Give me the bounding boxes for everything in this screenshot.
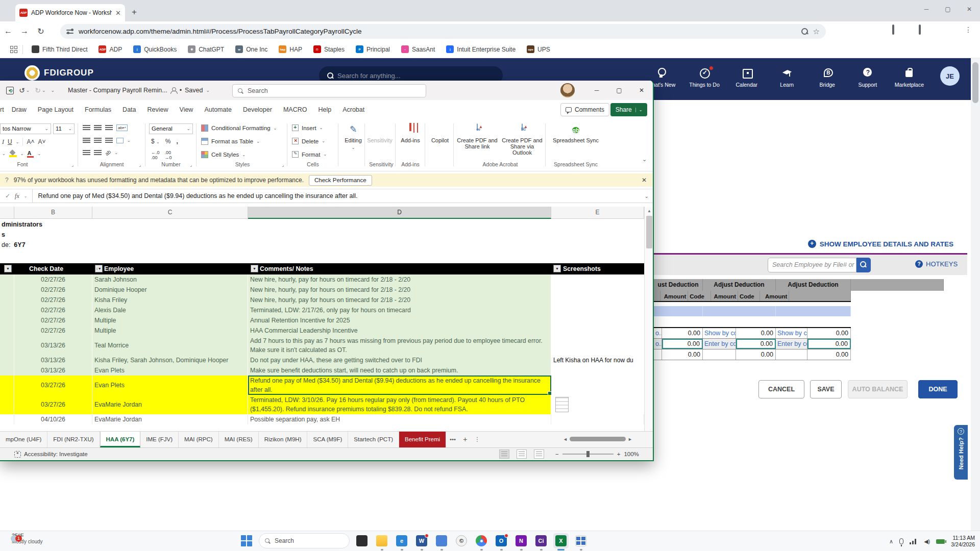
ribbon-tab-pagelayout[interactable]: Page Layout	[32, 106, 79, 113]
cell-comment[interactable]: Add 7 hours to this pay as 7 hours was m…	[248, 336, 551, 355]
site-info-icon[interactable]	[66, 29, 74, 35]
cell-employee[interactable]: Teal Morrice	[92, 336, 248, 355]
deduction-amount-cell[interactable]: 0.00	[807, 349, 851, 360]
notification-close-icon[interactable]: ✕	[642, 177, 647, 184]
table-row[interactable]: 03/13/26Kisha Friley, Sarah Johnson, Dom…	[0, 355, 644, 365]
weather-widget[interactable]: 1 35°F Mostly cloudy	[8, 533, 43, 544]
deduction-amount-cell[interactable]: 0.00	[662, 349, 703, 360]
table-row[interactable]: 03/13/26Evan PletsMake sure benefit dedu…	[0, 365, 644, 375]
header-comments[interactable]: Comments/ Notes	[248, 263, 551, 274]
cell-screenshot[interactable]	[551, 305, 644, 315]
sheet-tab-haa-6y7-[interactable]: HAA (6Y7)	[100, 432, 141, 447]
formula-text[interactable]: Refund one pay of Med ($34.50) and Denta…	[33, 192, 644, 199]
sheet-tab-mai-res-[interactable]: MAI (RES)	[219, 432, 259, 447]
bookmark-item[interactable]: ⊓Staples	[308, 45, 350, 53]
cell-screenshot[interactable]: Left Kisha on HAA for now du	[551, 355, 644, 365]
user-avatar[interactable]: JE	[940, 66, 960, 86]
increase-indent-icon[interactable]	[94, 150, 102, 156]
ribbon-tab-draw[interactable]: Draw	[6, 106, 32, 113]
copilot-app-icon[interactable]: Ci	[533, 533, 549, 548]
deduction-code-link[interactable]: o...	[654, 339, 662, 349]
share-chevron-icon[interactable]: ⌄	[635, 108, 643, 112]
cell-employee[interactable]: Kisha Friley	[92, 295, 248, 305]
cell-screenshot[interactable]	[551, 274, 644, 285]
header-employee[interactable]: Employee	[92, 263, 248, 274]
styles-dialog-launcher-icon[interactable]: ⌟	[282, 162, 284, 167]
merge-chevron-icon[interactable]: ⌄	[127, 138, 131, 143]
column-header-b[interactable]: B	[14, 207, 92, 219]
header-screenshots[interactable]: Screenshots	[551, 263, 644, 274]
ribbon-tab-macro[interactable]: MACRO	[278, 106, 313, 113]
filter-dropdown-icon[interactable]: ▼	[553, 265, 561, 272]
cell-a[interactable]	[0, 305, 14, 315]
qat-customize-icon[interactable]: ⌄	[51, 88, 55, 93]
cell-employee[interactable]: EvaMarie Jordan	[92, 395, 248, 414]
decrease-decimal-icon[interactable]: .00→0	[165, 150, 172, 160]
zoom-slider[interactable]	[562, 454, 614, 455]
deduction-code-link[interactable]: Enter by co...	[776, 339, 807, 349]
deduction-code-link[interactable]: Show by co...	[776, 328, 807, 338]
ribbon-tab-developer[interactable]: Developer	[237, 106, 278, 113]
bookmark-item[interactable]: hapHAP	[273, 45, 308, 53]
share-button[interactable]: Share⌄	[610, 103, 647, 116]
new-tab-button[interactable]: +	[132, 7, 137, 17]
excel-minimize-button[interactable]: ─	[585, 81, 608, 100]
cell-styles-button[interactable]: Cell Styles⌄	[201, 151, 246, 158]
cell-a[interactable]	[0, 365, 14, 375]
fontcolor-chevron-icon[interactable]: ⌄	[37, 152, 41, 156]
cell-a[interactable]	[0, 285, 14, 295]
table-row[interactable]: 03/13/26Teal MorriceAdd 7 hours to this …	[0, 336, 644, 355]
excel-profile-photo[interactable]	[560, 83, 575, 97]
reload-icon[interactable]: ↻	[33, 27, 49, 36]
cell-check-date[interactable]: 03/13/26	[14, 365, 92, 375]
chrome-icon[interactable]	[474, 533, 489, 548]
table-row[interactable]: 03/27/26Evan PletsRefund one pay of Med …	[0, 375, 644, 395]
url-text[interactable]: workforcenow.adp.com/theme/admin.html#/P…	[79, 28, 796, 35]
cell-comment[interactable]: Make sure benefit deductions start, will…	[248, 365, 551, 375]
conditional-formatting-button[interactable]: Conditional Formatting⌄	[201, 124, 277, 132]
saved-status[interactable]: Saved	[185, 87, 203, 94]
bookmark-item[interactable]: ADPADP	[93, 45, 128, 53]
taskbar-search[interactable]: Search	[259, 533, 350, 548]
deduction-amount-cell[interactable]: 0.00	[807, 339, 851, 349]
cell-comment[interactable]: Do not pay under HAA, these are getting …	[248, 355, 551, 365]
font-dialog-launcher-icon[interactable]: ⌟	[71, 162, 74, 167]
adp-nav-support[interactable]: Support	[854, 67, 881, 88]
font-color-icon[interactable]: A	[27, 150, 34, 157]
zoom-out-icon[interactable]: −	[555, 451, 559, 457]
hotkeys-link[interactable]: ? HOTKEYS	[915, 260, 958, 268]
adp-nav-marketplace[interactable]: Marketplace	[895, 67, 924, 88]
cell-check-date[interactable]: 03/27/26	[14, 395, 92, 414]
filter-dropdown-icon[interactable]: ▼	[4, 265, 12, 272]
browser-essentials-icon[interactable]	[919, 26, 921, 34]
border-chevron-icon[interactable]: ⌄	[2, 152, 6, 156]
header-check-date[interactable]: Check Date	[0, 263, 92, 274]
cell-comment[interactable]: Annual Retention Incentive for 2025	[248, 315, 551, 325]
sheet-menu-icon[interactable]: ⋮	[471, 432, 484, 447]
copilot-button[interactable]: Copilot	[427, 122, 453, 160]
orientation-icon[interactable]: ab	[104, 149, 112, 157]
table-row[interactable]: 03/27/26EvaMarie JordanTerminated, LDW: …	[0, 395, 644, 414]
number-format-combo[interactable]: General	[149, 123, 193, 134]
formula-expand-icon[interactable]: ⌄	[645, 193, 653, 199]
page-break-view-button[interactable]	[534, 449, 544, 459]
ribbon-tab-formulas[interactable]: Formulas	[79, 106, 117, 113]
scroll-right-icon[interactable]: ►	[628, 437, 632, 442]
cell-a[interactable]	[0, 355, 14, 365]
tab-close-icon[interactable]: ✕	[115, 9, 121, 17]
ribbon-collapse-icon[interactable]: ⌄	[642, 156, 647, 163]
volume-icon[interactable]: ◀)	[924, 538, 930, 545]
excel-horizontal-scrollbar[interactable]: ◄ ►	[563, 435, 651, 443]
create-pdf-share-link-button[interactable]: Create PDF and Share link	[456, 122, 498, 160]
cell-a[interactable]	[0, 295, 14, 305]
column-header-c[interactable]: C	[92, 207, 248, 219]
save-button[interactable]: SAVE	[810, 380, 842, 398]
spreadsheet-sync-button[interactable]: qb Spreadsheet Sync	[550, 122, 601, 160]
deduction-code-link[interactable]	[776, 349, 807, 360]
excel-search-box[interactable]: Search	[232, 84, 426, 97]
shrink-font-button[interactable]: A˅	[38, 138, 45, 145]
underline-chevron-icon[interactable]: ⌄	[16, 140, 19, 144]
sheet-tab-mai-rpc-[interactable]: MAI (RPC)	[179, 432, 219, 447]
show-employee-details-link[interactable]: + SHOW EMPLOYEE DETAILS AND RATES	[808, 240, 953, 248]
create-pdf-outlook-button[interactable]: Create PDF and Share via Outlook	[500, 122, 544, 160]
